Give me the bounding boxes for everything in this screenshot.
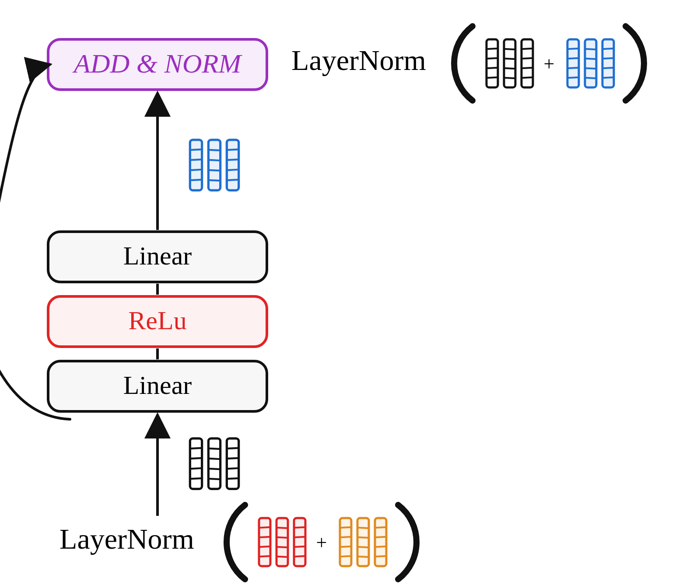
svg-line-26 (604, 49, 612, 49)
svg-line-77 (341, 537, 350, 537)
svg-line-63 (260, 546, 269, 547)
svg-line-21 (586, 49, 595, 49)
svg-line-84 (359, 557, 368, 557)
svg-line-73 (295, 546, 304, 547)
svg-line-13 (523, 68, 532, 68)
svg-rect-30 (190, 140, 202, 191)
svg-rect-65 (276, 518, 288, 566)
svg-line-86 (376, 527, 385, 528)
svg-rect-60 (259, 518, 270, 566)
svg-line-72 (295, 537, 304, 537)
svg-rect-75 (340, 518, 351, 566)
svg-line-39 (210, 180, 219, 181)
svg-line-62 (260, 537, 269, 537)
svg-line-44 (228, 180, 238, 180)
relu-label: ReLu (128, 306, 186, 335)
svg-line-23 (586, 68, 595, 69)
svg-line-47 (192, 458, 201, 459)
tensor-ff-input (190, 438, 238, 489)
svg-line-14 (523, 77, 532, 78)
svg-line-83 (359, 547, 368, 547)
paren-close-bottom (398, 505, 416, 579)
svg-rect-5 (504, 39, 515, 87)
svg-line-74 (295, 556, 304, 557)
diagram-canvas: ADD & NORMLayerNorm+LinearReLuLinearLaye… (0, 0, 700, 588)
svg-line-16 (569, 49, 578, 49)
svg-line-79 (341, 556, 350, 557)
tensor-bottom-orange (340, 518, 386, 566)
svg-line-76 (341, 527, 350, 528)
tensor-top-black (486, 39, 533, 87)
svg-line-34 (192, 180, 201, 180)
svg-line-67 (278, 537, 287, 538)
svg-line-8 (505, 68, 514, 69)
svg-line-61 (260, 527, 269, 528)
linear-bottom-label: Linear (123, 371, 192, 400)
svg-line-12 (523, 58, 532, 59)
svg-line-88 (376, 546, 385, 547)
svg-line-27 (604, 58, 612, 59)
svg-line-56 (228, 448, 238, 449)
layernorm-bottom-label: LayerNorm (60, 523, 194, 555)
tensor-top-blue (567, 39, 614, 87)
svg-rect-40 (227, 140, 238, 191)
tensor-bottom-red (259, 518, 305, 566)
svg-line-37 (210, 160, 219, 160)
svg-line-4 (488, 77, 497, 78)
svg-line-49 (192, 478, 201, 479)
svg-line-31 (192, 150, 201, 150)
svg-line-42 (228, 160, 238, 160)
tensor-ff-output (190, 140, 238, 191)
plus-top: + (544, 53, 555, 75)
layernorm-top-label: LayerNorm (291, 44, 426, 76)
svg-line-9 (505, 78, 514, 78)
linear-top-label: Linear (123, 241, 192, 270)
svg-line-38 (210, 170, 219, 170)
svg-line-19 (569, 77, 578, 78)
svg-rect-70 (294, 518, 305, 566)
svg-line-64 (260, 556, 269, 557)
svg-line-53 (210, 469, 219, 469)
svg-line-29 (604, 77, 612, 78)
svg-rect-85 (375, 518, 386, 566)
svg-rect-35 (208, 140, 220, 191)
svg-line-51 (210, 449, 219, 449)
svg-rect-20 (585, 39, 596, 87)
svg-line-1 (488, 49, 497, 49)
paren-open-top (454, 26, 472, 101)
svg-line-52 (210, 459, 219, 459)
svg-rect-80 (357, 518, 369, 566)
svg-line-2 (488, 58, 497, 59)
svg-rect-50 (208, 438, 220, 489)
svg-line-71 (295, 527, 304, 528)
svg-line-81 (359, 528, 368, 528)
svg-line-43 (228, 170, 238, 170)
svg-line-7 (505, 59, 514, 59)
svg-line-28 (604, 68, 612, 68)
svg-line-3 (488, 68, 497, 68)
svg-line-17 (569, 58, 578, 59)
svg-line-57 (228, 458, 238, 459)
svg-line-66 (278, 528, 287, 528)
svg-line-68 (278, 547, 287, 547)
svg-line-32 (192, 160, 201, 160)
svg-line-78 (341, 546, 350, 547)
svg-line-24 (586, 78, 595, 78)
svg-rect-45 (190, 438, 202, 489)
svg-line-22 (586, 59, 595, 59)
svg-line-59 (228, 478, 238, 479)
svg-rect-10 (522, 39, 533, 87)
svg-line-6 (505, 49, 514, 49)
paren-open-bottom (227, 505, 245, 579)
svg-line-11 (523, 49, 532, 49)
svg-rect-0 (486, 39, 498, 87)
svg-rect-15 (567, 39, 579, 87)
svg-line-69 (278, 557, 287, 557)
svg-line-41 (228, 150, 238, 150)
plus-bottom: + (316, 532, 327, 553)
svg-line-58 (228, 468, 238, 469)
svg-line-46 (192, 448, 201, 449)
svg-rect-55 (227, 438, 238, 489)
svg-line-48 (192, 468, 201, 469)
paren-close-top (626, 26, 644, 101)
